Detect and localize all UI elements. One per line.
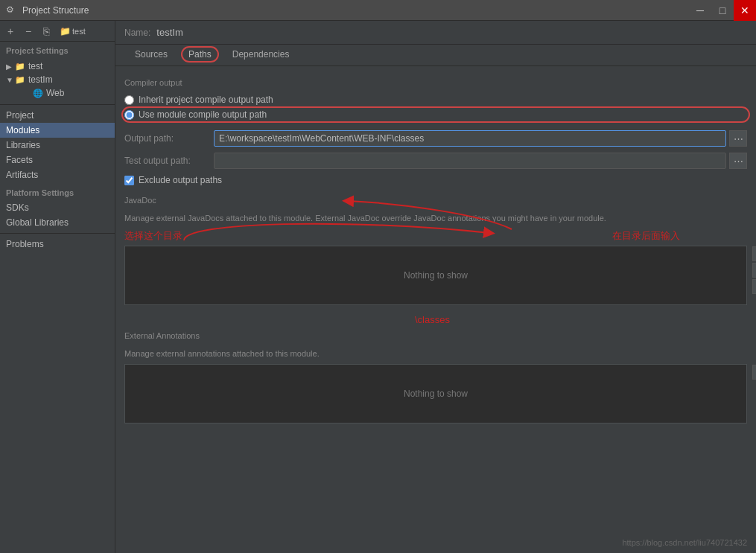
radio-use-module-label: Use module compile output path: [139, 109, 267, 120]
titlebar: ⚙ Project Structure ─ □ ✕: [0, 0, 756, 21]
javadoc-remove-button[interactable]: −: [752, 279, 756, 294]
radio-inherit[interactable]: [124, 95, 134, 105]
annotations-section: External Annotations Manage external ann…: [124, 331, 747, 424]
name-bar: Name: testIm: [115, 21, 756, 45]
output-path-row: Output path: ⋯: [124, 130, 747, 147]
annotation-input-text: 在目录后面输入: [612, 230, 680, 241]
platform-settings-header: Platform Settings: [0, 182, 115, 200]
javadoc-desc: Manage external JavaDocs attached to thi…: [124, 212, 747, 225]
checkbox-exclude-label: Exclude output paths: [139, 175, 222, 185]
tree-item-test[interactable]: ▶ 📁 test: [0, 60, 115, 73]
sidebar-modules-label: Modules: [6, 125, 39, 135]
annotations-title: External Annotations: [124, 331, 747, 340]
output-path-input[interactable]: [214, 130, 726, 147]
compiler-output-title: Compiler output: [124, 78, 747, 87]
annotation-overlay: 选择这个目录 在目录后面输入: [124, 229, 747, 243]
close-button[interactable]: ✕: [734, 0, 756, 21]
sidebar-libraries-label: Libraries: [6, 140, 40, 150]
sidebar-item-artifacts[interactable]: Artifacts: [0, 167, 115, 182]
javadoc-section: JavaDoc Manage external JavaDocs attache…: [124, 196, 747, 325]
output-path-browse-button[interactable]: ⋯: [729, 130, 747, 147]
test-output-path-input[interactable]: [214, 153, 726, 169]
sidebar-facets-label: Facets: [6, 155, 33, 165]
sidebar-toolbar: + − ⎘ 📁 test: [0, 21, 115, 42]
annotation-select-dir: 选择这个目录: [124, 229, 182, 243]
sidebar-item-sdks[interactable]: SDKs: [0, 200, 115, 215]
annotations-nothing-text: Nothing to show: [404, 389, 468, 399]
collapse-arrow: ▶: [6, 63, 15, 71]
javadoc-add-spec-button[interactable]: +₀: [752, 263, 756, 278]
name-label: Name:: [124, 28, 150, 38]
sidebar-artifacts-label: Artifacts: [6, 170, 38, 180]
project-settings-header: Project Settings: [0, 42, 115, 58]
javadoc-add-button[interactable]: +: [752, 246, 756, 261]
javadoc-panel: 选择这个目录 在目录后面输入: [124, 229, 747, 305]
sidebar-project-label: Project: [6, 110, 34, 121]
expand-arrow: ▼: [6, 76, 15, 84]
javadoc-table: Nothing to show + +₀ −: [124, 246, 747, 305]
test-output-path-label: Test output path:: [124, 156, 214, 166]
classes-annotation: \classes: [124, 314, 747, 325]
add-module-button[interactable]: +: [3, 24, 18, 39]
sidebar-item-libraries[interactable]: Libraries: [0, 138, 115, 153]
annotations-panel: Nothing to show +: [124, 364, 747, 423]
radio-inherit-label: Inherit project compile output path: [139, 95, 273, 105]
content-panel: Name: testIm Sources Paths Dependencies …: [115, 21, 756, 553]
tab-paths[interactable]: Paths: [178, 45, 222, 65]
titlebar-title: Project Structure: [22, 5, 89, 16]
tree-item-web[interactable]: 🌐 Web: [0, 86, 115, 100]
tab-sources[interactable]: Sources: [124, 45, 178, 65]
folder-icon-testim: 📁: [15, 75, 25, 85]
sidebar-global-libraries-label: Global Libraries: [6, 217, 69, 228]
restore-button[interactable]: □: [711, 0, 734, 21]
radio-group-output: Inherit project compile output path Use …: [124, 95, 747, 120]
sidebar-problems-label: Problems: [6, 239, 44, 249]
output-path-label: Output path:: [124, 133, 214, 144]
sidebar-item-facets[interactable]: Facets: [0, 153, 115, 167]
test-output-path-row: Test output path: ⋯: [124, 153, 747, 169]
sidebar-item-modules[interactable]: Modules: [0, 123, 115, 138]
tree-item-testim[interactable]: ▼ 📁 testIm: [0, 73, 115, 86]
web-icon: 🌐: [33, 89, 43, 98]
sidebar-item-global-libraries[interactable]: Global Libraries: [0, 215, 115, 230]
checkbox-exclude-row: Exclude output paths: [124, 175, 747, 185]
sidebar-sdks-label: SDKs: [6, 202, 29, 213]
tab-dependencies[interactable]: Dependencies: [222, 45, 300, 65]
javadoc-title: JavaDoc: [124, 196, 747, 205]
tabs-bar: Sources Paths Dependencies: [115, 45, 756, 66]
radio-row-use-module: Use module compile output path: [124, 109, 747, 120]
test-output-path-browse-button[interactable]: ⋯: [729, 153, 747, 169]
radio-row-inherit: Inherit project compile output path: [124, 95, 747, 105]
annotations-desc: Manage external annotations attached to …: [124, 348, 747, 360]
folder-icon: 📁: [15, 62, 25, 71]
radio-use-module[interactable]: [124, 110, 134, 120]
annotations-side-buttons: +: [752, 365, 756, 380]
copy-module-button[interactable]: ⎘: [39, 24, 54, 39]
annotations-add-button[interactable]: +: [752, 365, 756, 380]
minimize-button[interactable]: ─: [689, 0, 711, 21]
javadoc-side-buttons: + +₀ −: [752, 246, 756, 294]
tree-test-item[interactable]: 📁 test: [60, 26, 86, 36]
main-container: + − ⎘ 📁 test Project Settings ▶ 📁 test: [0, 21, 756, 553]
sidebar: + − ⎘ 📁 test Project Settings ▶ 📁 test: [0, 21, 115, 553]
watermark: https://blog.csdn.net/liu740721432: [622, 538, 747, 547]
sidebar-item-problems[interactable]: Problems: [0, 237, 115, 252]
checkbox-exclude[interactable]: [124, 176, 134, 185]
content-area[interactable]: Compiler output Inherit project compile …: [115, 66, 756, 553]
remove-module-button[interactable]: −: [21, 24, 36, 39]
app-icon: ⚙: [6, 4, 18, 16]
titlebar-controls: ─ □ ✕: [689, 0, 756, 21]
annotations-table: Nothing to show +: [124, 364, 747, 423]
sidebar-item-project[interactable]: Project: [0, 108, 115, 123]
javadoc-nothing-text: Nothing to show: [404, 270, 468, 281]
module-name-value: testIm: [156, 27, 182, 38]
